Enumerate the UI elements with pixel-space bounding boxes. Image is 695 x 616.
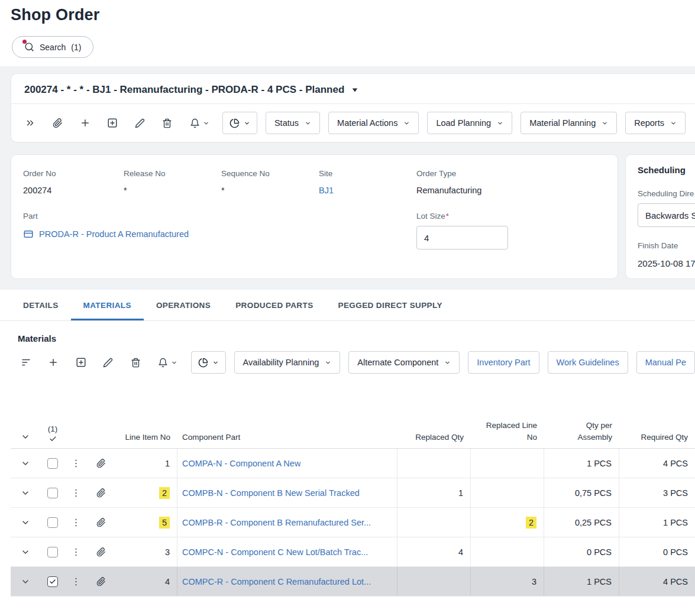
order-title-caret-icon[interactable] [351, 86, 358, 93]
row-menu-kebab-icon[interactable]: ⋮ [65, 449, 88, 478]
select-all-check-icon [49, 435, 57, 443]
search-button[interactable]: Search (1) [12, 36, 93, 58]
col-header-replaced-qty: Replaced Qty [397, 432, 471, 443]
row-checkbox-checked[interactable] [47, 576, 58, 587]
table-row[interactable]: ⋮ 2 COMPB-N - Component B New Serial Tra… [11, 478, 695, 508]
row-menu-kebab-icon[interactable]: ⋮ [65, 508, 88, 537]
scheduling-card: Scheduling Scheduling Dire Backwards S F… [625, 154, 695, 279]
chevron-down-icon [670, 120, 677, 127]
cell-qty-per-assembly: 0,25 PCS [544, 508, 619, 537]
expand-all-chevron-icon[interactable] [11, 432, 40, 443]
chart-pie-menu-button[interactable] [222, 112, 257, 134]
notifications-bell-icon[interactable] [153, 352, 182, 372]
row-menu-kebab-icon[interactable]: ⋮ [65, 478, 88, 507]
col-header-qty-per-assembly: Qty per Assembly [544, 420, 619, 443]
row-checkbox[interactable] [47, 547, 58, 557]
attachment-paperclip-icon[interactable] [88, 567, 115, 596]
table-row[interactable]: ⋮ 3 COMPC-N - Component C New Lot/Batch … [11, 537, 695, 567]
delete-trash-icon[interactable] [126, 352, 145, 372]
row-expand-chevron-icon[interactable] [11, 449, 40, 478]
add-icon[interactable] [76, 113, 95, 133]
availability-planning-button[interactable]: Availability Planning [234, 351, 341, 374]
materials-table: (1) Line Item No Component Part Replaced… [11, 420, 695, 596]
row-expand-chevron-icon[interactable] [11, 537, 40, 566]
component-part-link[interactable]: COMPB-N - Component B New Serial Tracked [182, 488, 360, 498]
attachment-paperclip-icon[interactable] [88, 478, 115, 507]
row-expand-chevron-icon[interactable] [11, 567, 40, 596]
col-header-replaced-line-no: Replaced Line No [471, 420, 544, 443]
manual-peg-button[interactable]: Manual Pe [636, 351, 695, 374]
cell-component-part: COMPA-N - Component A New [177, 449, 397, 478]
col-header-component-part: Component Part [177, 432, 397, 443]
tab-materials[interactable]: MATERIALS [71, 290, 144, 320]
add-icon[interactable] [44, 352, 63, 372]
field-sequence-no: Sequence No * [221, 169, 319, 195]
attachment-paperclip-icon[interactable] [88, 508, 115, 537]
highlighted-value: 2 [159, 487, 170, 499]
notifications-bell-icon[interactable] [185, 113, 214, 133]
tab-operations[interactable]: OPERATIONS [144, 290, 223, 320]
row-checkbox[interactable] [47, 458, 58, 469]
finish-date-value: 2025-10-08 17 [638, 258, 695, 268]
chevron-down-icon [305, 120, 311, 127]
field-order-no: Order No 200274 [23, 169, 124, 195]
chevron-down-icon [244, 120, 250, 127]
check-icon [49, 578, 56, 585]
material-actions-button[interactable]: Material Actions [328, 112, 419, 134]
reports-button[interactable]: Reports [625, 112, 686, 134]
field-order-type: Order Type Remanufacturing [416, 169, 606, 195]
alternate-component-button[interactable]: Alternate Component [348, 351, 460, 374]
field-release-no: Release No * [124, 169, 221, 195]
row-checkbox[interactable] [47, 517, 58, 528]
col-header-line-item-no: Line Item No [115, 432, 177, 443]
material-planning-button[interactable]: Material Planning [521, 112, 617, 134]
delete-trash-icon[interactable] [157, 113, 176, 133]
inventory-part-button[interactable]: Inventory Part [468, 351, 539, 374]
table-row[interactable]: ⋮ 1 COMPA-N - Component A New 1 PCS 4 PC… [11, 449, 695, 478]
row-checkbox[interactable] [47, 488, 58, 498]
tab-details[interactable]: DETAILS [11, 290, 71, 320]
component-part-link[interactable]: COMPC-N - Component C New Lot/Batch Trac… [182, 547, 368, 557]
row-menu-kebab-icon[interactable]: ⋮ [65, 537, 88, 566]
row-menu-kebab-icon[interactable]: ⋮ [65, 567, 88, 596]
selection-header[interactable]: (1) [40, 424, 65, 443]
tab-pegged-direct-supply[interactable]: PEGGED DIRECT SUPPLY [326, 290, 455, 320]
cell-component-part: COMPC-N - Component C New Lot/Batch Trac… [177, 537, 397, 566]
tab-bar: DETAILS MATERIALS OPERATIONS PRODUCED PA… [0, 290, 695, 321]
finish-date-label: Finish Date [638, 241, 695, 250]
table-row[interactable]: ⋮ 5 COMPB-R - Component B Remanufactured… [11, 508, 695, 537]
cell-required-qty: 3 PCS [619, 478, 695, 507]
component-part-link[interactable]: COMPC-R - Component C Remanufactured Lot… [182, 577, 371, 586]
row-expand-chevron-icon[interactable] [11, 478, 40, 507]
row-expand-chevron-icon[interactable] [11, 508, 40, 537]
chevron-down-icon [212, 359, 219, 366]
attachment-paperclip-icon[interactable] [88, 537, 115, 566]
component-part-link[interactable]: COMPA-N - Component A New [182, 459, 300, 468]
edit-pencil-icon[interactable] [130, 113, 149, 133]
scheduling-title: Scheduling [638, 165, 695, 175]
attachments-paperclip-icon[interactable] [48, 113, 67, 133]
materials-toolbar: Availability Planning Alternate Componen… [0, 346, 695, 380]
lot-size-input[interactable] [416, 226, 508, 249]
site-link[interactable]: BJ1 [319, 186, 334, 195]
work-guidelines-button[interactable]: Work Guidelines [548, 351, 628, 374]
edit-pencil-icon[interactable] [99, 352, 118, 372]
notification-dot-icon [22, 40, 27, 44]
tab-produced-parts[interactable]: PRODUCED PARTS [223, 290, 325, 320]
filter-icon[interactable] [17, 352, 35, 372]
part-link[interactable]: PRODA-R - Product A Remanufactured [39, 229, 189, 239]
component-part-link[interactable]: COMPB-R - Component B Remanufactured Ser… [182, 518, 371, 527]
scheduling-direction-select[interactable]: Backwards S [638, 203, 695, 227]
chart-pie-menu-button[interactable] [191, 351, 226, 374]
search-label: Search [40, 43, 66, 52]
expand-commands-icon[interactable] [21, 113, 40, 133]
add-new-icon[interactable] [103, 113, 122, 133]
add-new-icon[interactable] [72, 352, 90, 372]
attachment-paperclip-icon[interactable] [88, 449, 115, 478]
load-planning-button[interactable]: Load Planning [427, 112, 512, 134]
selection-count: (1) [48, 424, 58, 433]
order-panel: 200274 - * - * - BJ1 - Remanufacturing -… [0, 66, 695, 290]
cell-line-item-no: 2 [115, 478, 177, 507]
status-button[interactable]: Status [266, 112, 320, 134]
table-row-selected[interactable]: ⋮ 4 COMPC-R - Component C Remanufactured… [11, 567, 695, 596]
